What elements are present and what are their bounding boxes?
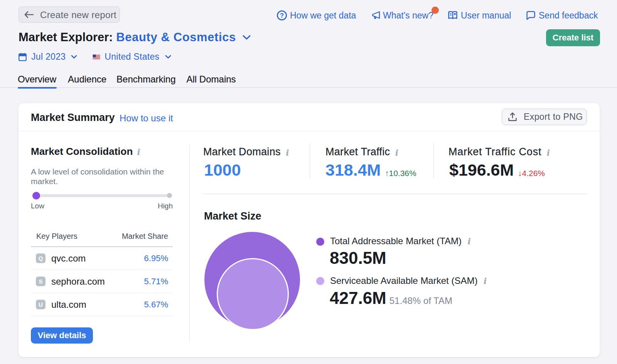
svg-text:?: ? xyxy=(280,12,284,19)
